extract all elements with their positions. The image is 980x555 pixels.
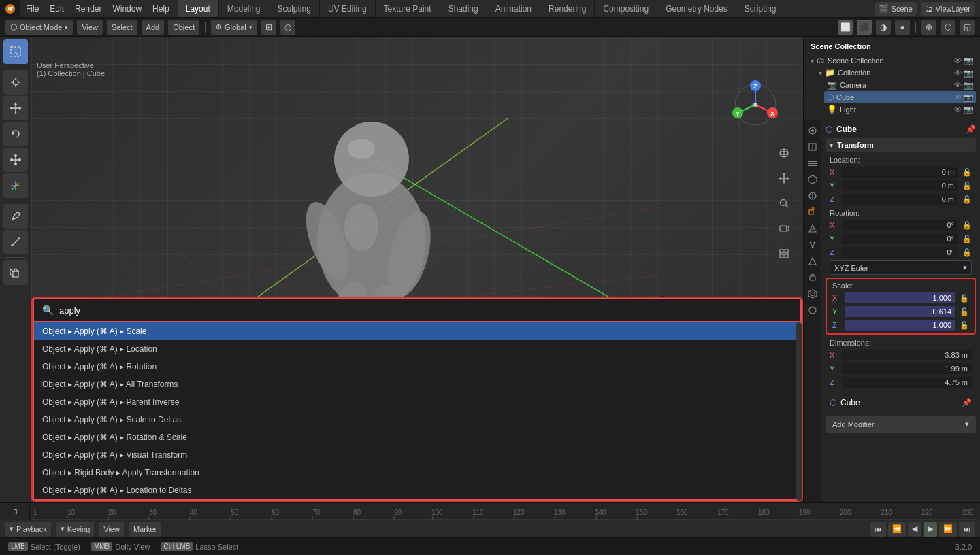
layer-selector[interactable]: 🗂 ViewLayer [921, 2, 975, 16]
light-cam-icon[interactable]: 📷 [964, 105, 973, 114]
jump-end-btn[interactable]: ⏭ [959, 522, 975, 537]
prop-tab-physics[interactable] [805, 254, 820, 269]
transform-orientation-btn[interactable]: ⊕ Global ▾ [211, 20, 257, 35]
modifier-pin-icon[interactable]: 📌 [962, 398, 972, 407]
location-z-input[interactable] [842, 194, 958, 205]
tab-sculpting[interactable]: Sculpting [270, 0, 320, 17]
view-menu-btn[interactable]: User PerspectiveView [77, 20, 103, 35]
dim-z-input[interactable] [842, 377, 972, 388]
marker-menu-btn[interactable]: Marker [129, 522, 161, 537]
rotation-x-input[interactable] [842, 220, 958, 231]
cube-cam-icon[interactable]: 📷 [964, 93, 973, 102]
collection-eye-icon[interactable]: 👁 [954, 69, 962, 78]
rotation-x-lock-icon[interactable]: 🔓 [962, 221, 972, 230]
timeline-ruler[interactable]: 1 1 10 20 30 40 50 60 70 80 [0, 502, 980, 520]
prop-tab-data[interactable] [805, 286, 820, 301]
pan-gizmo-btn[interactable] [773, 167, 795, 189]
jump-start-btn[interactable]: ⏮ [870, 522, 886, 537]
viewport-shading-material[interactable]: ◑ [876, 20, 891, 35]
play-back-btn[interactable]: ◀ [908, 522, 921, 537]
prop-tab-world[interactable] [805, 188, 820, 203]
prop-tab-object[interactable] [805, 205, 820, 220]
search-result-9[interactable]: Object ▸ Apply (⌘ A) ▸ Location to Delta… [34, 482, 800, 499]
tree-item-scene-collection[interactable]: ▾ 🗂 Scene Collection 👁 📷 [808, 54, 976, 67]
scale-z-input[interactable] [845, 320, 956, 331]
tree-item-cube[interactable]: ⬡ Cube 👁 📷 [824, 91, 976, 103]
add-modifier-btn[interactable]: Add Modifier ▾ [826, 416, 976, 433]
prop-tab-render[interactable] [805, 123, 820, 138]
search-result-8[interactable]: Object ▸ Rigid Body ▸ Apply Transformati… [34, 464, 800, 482]
rotate-tool-btn[interactable] [3, 122, 28, 146]
viewport-shading-solid[interactable]: ⬛ [857, 20, 872, 35]
step-back-btn[interactable]: ⏪ [888, 522, 906, 537]
proportional-edit-btn[interactable]: ◎ [280, 20, 295, 35]
search-result-7[interactable]: Object ▸ Apply (⌘ A) ▸ Visual Transform [34, 446, 800, 464]
location-x-input[interactable] [842, 167, 958, 178]
scene-selector[interactable]: 🎬 Scene [875, 2, 917, 16]
tree-item-collection[interactable]: ▾ 📁 Collection 👁 📷 [816, 67, 976, 79]
prop-tab-particles[interactable] [805, 237, 820, 252]
location-y-lock-icon[interactable]: 🔓 [962, 182, 972, 190]
dim-y-input[interactable] [842, 363, 972, 374]
tab-geometry-nodes[interactable]: Geometry Nodes [657, 0, 736, 17]
step-forward-btn[interactable]: ⏩ [939, 522, 957, 537]
rotation-mode-dropdown[interactable]: XYZ Euler ▾ [830, 260, 972, 275]
rotation-z-lock-icon[interactable]: 🔓 [962, 248, 972, 257]
viewport-shading-wire[interactable]: ⬜ [838, 20, 853, 35]
search-input[interactable] [59, 305, 792, 316]
measure-tool-btn[interactable] [3, 230, 28, 254]
menu-file[interactable]: File [20, 0, 44, 17]
prop-tab-output[interactable] [805, 139, 820, 154]
tab-texture-paint[interactable]: Texture Paint [376, 0, 440, 17]
search-result-2[interactable]: Object ▸ Apply (⌘ A) ▸ Rotation [34, 358, 800, 375]
camera-gizmo-btn[interactable] [773, 218, 795, 239]
tab-scripting[interactable]: Scripting [736, 0, 785, 17]
3d-viewport[interactable]: User Perspective (1) Collection | Cube Z… [31, 37, 803, 502]
scale-x-input[interactable] [845, 292, 956, 303]
search-result-6[interactable]: Object ▸ Apply (⌘ A) ▸ Rotation & Scale [34, 428, 800, 446]
search-result-1[interactable]: Object ▸ Apply (⌘ A) ▸ Location [34, 340, 800, 358]
move-tool-btn[interactable] [3, 96, 28, 120]
menu-window[interactable]: Window [107, 0, 147, 17]
tab-modeling[interactable]: Modeling [219, 0, 270, 17]
add-cube-tool-btn[interactable] [3, 260, 28, 285]
rotation-z-input[interactable] [842, 247, 958, 258]
overlay-btn[interactable]: ⬡ [941, 20, 956, 35]
select-menu-btn[interactable]: Select [107, 20, 137, 35]
prop-tab-modifiers[interactable] [805, 221, 820, 236]
search-result-0[interactable]: Object ▸ Apply (⌘ A) ▸ Scale [34, 322, 800, 340]
transform-tool-btn[interactable] [3, 173, 28, 198]
cube-eye-icon[interactable]: 👁 [954, 93, 962, 102]
keying-menu-btn[interactable]: ▾ Keying [56, 522, 95, 537]
menu-render[interactable]: Render [69, 0, 107, 17]
scale-tool-btn[interactable] [3, 148, 28, 172]
rotation-y-input[interactable] [842, 233, 958, 244]
xray-btn[interactable]: ◱ [960, 20, 975, 35]
tab-uv-editing[interactable]: UV Editing [320, 0, 376, 17]
camera-cam-icon[interactable]: 📷 [964, 81, 973, 90]
camera-icon-small[interactable]: 📷 [964, 56, 973, 65]
menu-edit[interactable]: Edit [44, 0, 69, 17]
scale-z-lock-icon[interactable]: 🔓 [960, 321, 969, 330]
tree-item-camera[interactable]: 📷 Camera 👁 📷 [824, 79, 976, 91]
transform-section-header[interactable]: ▾ Transform [826, 138, 976, 152]
object-mode-selector[interactable]: ⬡ Object Mode ▾ [5, 20, 73, 35]
search-result-3[interactable]: Object ▸ Apply (⌘ A) ▸ All Transforms [34, 375, 800, 393]
light-eye-icon[interactable]: 👁 [954, 105, 962, 114]
menu-help[interactable]: Help [147, 0, 175, 17]
eye-icon[interactable]: 👁 [954, 56, 962, 65]
prop-tab-materials[interactable] [805, 303, 820, 318]
camera-eye-icon[interactable]: 👁 [954, 81, 962, 90]
collection-camera-icon[interactable]: 📷 [964, 69, 973, 78]
location-x-lock-icon[interactable]: 🔓 [962, 168, 972, 177]
dim-x-input[interactable] [842, 350, 972, 360]
zoom-gizmo-btn[interactable] [773, 192, 795, 214]
scale-y-lock-icon[interactable]: 🔓 [960, 307, 969, 316]
viewport-shading-render[interactable]: ● [895, 20, 910, 35]
view-menu-btn-timeline[interactable]: View [99, 522, 124, 537]
play-btn[interactable]: ▶ [924, 522, 937, 537]
tab-layout[interactable]: Layout [178, 0, 219, 17]
tab-rendering[interactable]: Rendering [540, 0, 595, 17]
prop-tab-scene[interactable] [805, 172, 820, 187]
search-result-4[interactable]: Object ▸ Apply (⌘ A) ▸ Parent Inverse [34, 393, 800, 411]
